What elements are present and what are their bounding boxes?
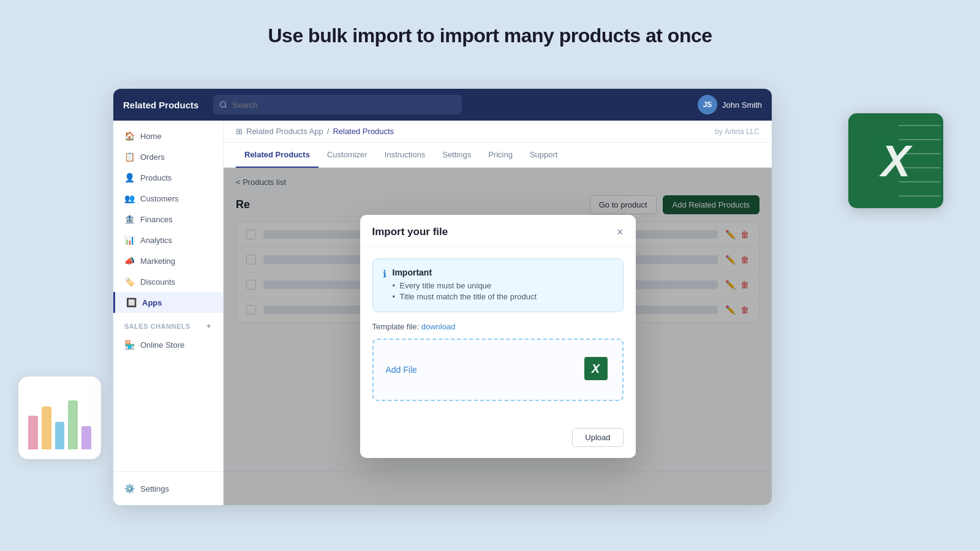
tab-customizer[interactable]: Customizer	[318, 143, 376, 168]
breadcrumb-separator: /	[327, 127, 330, 136]
file-drop-zone[interactable]: Add File X	[372, 339, 624, 401]
modal-overlay: Import your file × ℹ Important	[224, 168, 772, 505]
home-icon: 🏠	[124, 131, 134, 141]
deco-excel-icon: X	[848, 113, 943, 208]
sidebar-item-label: Apps	[142, 298, 162, 307]
modal-body: ℹ Important Every title must be unique T…	[360, 247, 636, 422]
breadcrumb-current: Related Products	[333, 127, 394, 136]
sidebar-item-label: Settings	[140, 484, 169, 493]
products-icon: 👤	[124, 173, 134, 182]
important-content: Important Every title must be unique Tit…	[393, 268, 537, 303]
tabs-bar: Related Products Customizer Instructions…	[224, 143, 772, 168]
tab-related-products[interactable]: Related Products	[236, 143, 318, 168]
customers-icon: 👥	[124, 193, 134, 203]
close-button[interactable]: ×	[617, 227, 624, 238]
important-item-1: Every title must be unique	[393, 281, 537, 290]
deco-chart	[18, 377, 101, 459]
breadcrumb-bar: ⊞ Related Products App / Related Product…	[224, 121, 772, 143]
important-item-2: Title must match the title of the produc…	[393, 292, 537, 301]
store-icon: 🏪	[124, 340, 134, 350]
sidebar-item-label: Products	[140, 173, 172, 182]
top-nav: Related Products JS John Smith	[113, 89, 772, 121]
page-heading: Use bulk import to import many products …	[0, 0, 980, 47]
orders-icon: 📋	[124, 152, 134, 162]
analytics-icon: 📊	[124, 235, 134, 245]
app-body: 🏠 Home 📋 Orders 👤 Products 👥 Customers 🏦…	[113, 121, 772, 505]
app-window: Related Products JS John Smith 🏠 Home 📋 …	[113, 89, 772, 505]
modal-title: Import your file	[372, 226, 448, 238]
modal-footer: Upload	[360, 422, 636, 458]
important-title: Important	[393, 268, 537, 277]
sales-channels-label: Sales channels	[124, 323, 190, 330]
important-list: Every title must be unique Title must ma…	[393, 281, 537, 301]
tab-settings[interactable]: Settings	[434, 143, 480, 168]
by-arteta: by Arteta LLC	[715, 127, 760, 136]
sidebar-item-marketing[interactable]: 📣 Marketing	[113, 250, 223, 271]
nav-brand: Related Products	[123, 100, 198, 110]
breadcrumb: ⊞ Related Products App / Related Product…	[236, 127, 394, 136]
sidebar-item-home[interactable]: 🏠 Home	[113, 126, 223, 146]
tab-support[interactable]: Support	[521, 143, 567, 168]
sales-channels-section: Sales channels ＋	[113, 313, 223, 334]
discounts-icon: 🏷️	[124, 277, 134, 287]
tab-pricing[interactable]: Pricing	[480, 143, 521, 168]
sidebar-item-finances[interactable]: 🏦 Finances	[113, 209, 223, 230]
sidebar-item-settings[interactable]: ⚙️ Settings	[113, 478, 224, 499]
apps-icon: 🔲	[126, 298, 136, 307]
sidebar-item-orders[interactable]: 📋 Orders	[113, 146, 223, 167]
search-input[interactable]	[233, 100, 456, 110]
template-label: Template file:	[372, 322, 420, 331]
marketing-icon: 📣	[124, 256, 134, 266]
settings-icon: ⚙️	[124, 484, 134, 493]
info-icon: ℹ	[383, 268, 386, 303]
main-content: ⊞ Related Products App / Related Product…	[224, 121, 772, 505]
sidebar-item-label: Customers	[140, 194, 179, 203]
sidebar-item-customers[interactable]: 👥 Customers	[113, 188, 223, 209]
search-bar[interactable]	[213, 95, 461, 114]
finances-icon: 🏦	[124, 214, 134, 224]
sidebar-item-products[interactable]: 👤 Products	[113, 167, 223, 188]
breadcrumb-icon: ⊞	[236, 127, 243, 136]
sidebar-item-online-store[interactable]: 🏪 Online Store	[113, 334, 223, 355]
sidebar-item-label: Online Store	[140, 340, 184, 350]
avatar: JS	[698, 95, 717, 114]
template-file-line: Template file: download	[372, 322, 624, 331]
upload-button[interactable]: Upload	[572, 428, 623, 447]
tab-instructions[interactable]: Instructions	[376, 143, 434, 168]
sidebar-item-label: Analytics	[140, 236, 172, 245]
add-channel-icon[interactable]: ＋	[205, 321, 213, 331]
content-area: < Products list Re Go to product Add Rel…	[224, 168, 772, 505]
sidebar-item-label: Discounts	[140, 277, 175, 287]
sidebar-item-discounts[interactable]: 🏷️ Discounts	[113, 271, 223, 292]
important-notice: ℹ Important Every title must be unique T…	[372, 258, 624, 312]
sidebar-item-label: Home	[140, 132, 162, 141]
modal-header: Import your file ×	[360, 215, 636, 247]
sidebar: 🏠 Home 📋 Orders 👤 Products 👥 Customers 🏦…	[113, 121, 224, 505]
excel-file-icon: X	[584, 357, 610, 383]
add-file-label[interactable]: Add File	[386, 365, 417, 375]
search-icon	[219, 100, 227, 109]
user-name: John Smith	[722, 100, 762, 110]
sidebar-item-analytics[interactable]: 📊 Analytics	[113, 230, 223, 250]
svg-point-0	[221, 102, 226, 107]
user-menu[interactable]: JS John Smith	[698, 95, 762, 114]
sidebar-item-apps[interactable]: 🔲 Apps	[113, 292, 223, 313]
sidebar-item-label: Marketing	[140, 257, 175, 266]
sidebar-item-label: Finances	[140, 215, 173, 224]
template-download-link[interactable]: download	[421, 322, 456, 331]
import-modal: Import your file × ℹ Important	[360, 215, 636, 458]
breadcrumb-app[interactable]: Related Products App	[246, 127, 323, 136]
sidebar-item-label: Orders	[140, 152, 165, 162]
